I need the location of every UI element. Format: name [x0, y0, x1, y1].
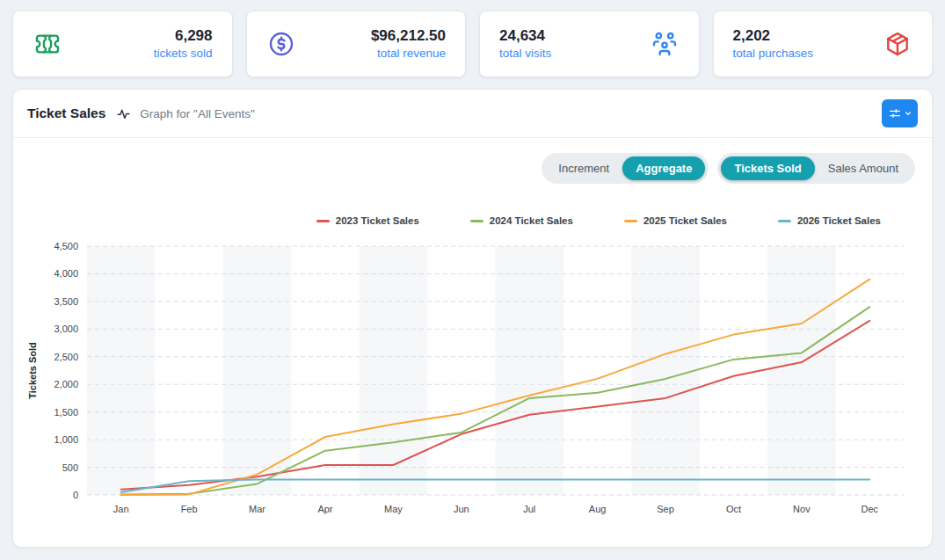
x-tick-label: Apr: [317, 504, 332, 514]
y-tick-label: 500: [62, 462, 78, 473]
x-tick-label: Jun: [454, 504, 469, 514]
x-tick-label: Sep: [657, 504, 674, 514]
toggle-aggregate[interactable]: Aggregate: [622, 156, 705, 180]
x-tick-label: Oct: [726, 504, 741, 514]
stat-value: 2,202: [733, 26, 814, 45]
ticket-icon: [33, 29, 62, 59]
mode-toggle-group: Increment Aggregate: [542, 153, 709, 184]
legend-item[interactable]: 2023 Ticket Sales: [316, 215, 419, 226]
legend-item[interactable]: 2026 Ticket Sales: [778, 215, 881, 226]
ticket-sales-line-chart: 05001,0001,5002,0002,5003,0003,5004,0004…: [24, 235, 923, 528]
metric-toggle-group: Tickets Sold Sales Amount: [717, 153, 915, 184]
chart-settings-button[interactable]: [882, 99, 918, 127]
stat-label: tickets sold: [154, 47, 213, 62]
chart-controls: Increment Aggregate Tickets Sold Sales A…: [13, 138, 932, 184]
x-tick-label: Feb: [181, 504, 198, 514]
y-tick-label: 3,000: [54, 324, 78, 334]
legend-label: 2024 Ticket Sales: [490, 215, 573, 226]
panel-title: Ticket Sales: [27, 105, 105, 121]
stat-card-total-visits: 24,634 total visits: [479, 11, 700, 77]
legend-marker: [470, 220, 483, 222]
legend-item[interactable]: 2025 Ticket Sales: [624, 215, 727, 226]
y-tick-label: 3,500: [54, 296, 78, 307]
x-tick-label: Jul: [523, 504, 535, 514]
sliders-icon: [888, 106, 902, 120]
stats-row: 6,298 tickets sold $96,212.50 total reve…: [0, 0, 945, 77]
x-tick-label: Dec: [861, 504, 879, 514]
chevron-down-icon: [904, 109, 912, 118]
y-tick-label: 2,000: [54, 379, 78, 389]
stat-label: total visits: [499, 47, 551, 62]
stat-card-total-purchases: 2,202 total purchases: [713, 11, 934, 77]
y-tick-label: 2,500: [54, 352, 78, 362]
panel-header: Ticket Sales Graph for "All Events": [13, 90, 932, 138]
stat-value: 6,298: [154, 26, 213, 45]
toggle-sales-amount[interactable]: Sales Amount: [815, 156, 912, 180]
toggle-tickets-sold[interactable]: Tickets Sold: [721, 156, 814, 180]
y-tick-label: 0: [73, 490, 78, 500]
legend-marker: [316, 220, 330, 222]
dollar-circle-icon: [266, 29, 296, 59]
stat-label: total revenue: [371, 47, 446, 62]
legend-marker: [624, 220, 637, 222]
x-tick-label: Nov: [793, 504, 811, 514]
legend-label: 2023 Ticket Sales: [336, 215, 419, 226]
chart-area: 05001,0001,5002,0002,5003,0003,5004,0004…: [13, 226, 932, 532]
legend-marker: [778, 220, 791, 222]
y-tick-label: 4,000: [54, 268, 78, 279]
x-tick-label: Jan: [113, 504, 129, 514]
x-tick-label: Mar: [249, 504, 265, 514]
stat-label: total purchases: [733, 47, 814, 62]
legend-item[interactable]: 2024 Ticket Sales: [470, 215, 573, 226]
stat-value: 24,634: [499, 26, 551, 45]
activity-icon: [116, 106, 131, 121]
legend-label: 2025 Ticket Sales: [643, 215, 727, 226]
y-tick-label: 1,000: [54, 434, 78, 445]
panel-subtitle: Graph for "All Events": [140, 107, 254, 120]
package-icon: [883, 29, 912, 59]
toggle-increment[interactable]: Increment: [545, 156, 622, 180]
y-axis-title: Tickets Sold: [27, 342, 38, 399]
stat-card-tickets-sold: 6,298 tickets sold: [12, 11, 233, 77]
stat-value: $96,212.50: [371, 26, 446, 45]
chart-legend: 2023 Ticket Sales2024 Ticket Sales2025 T…: [13, 184, 932, 226]
users-group-icon: [650, 29, 680, 59]
y-tick-label: 4,500: [54, 241, 78, 251]
ticket-sales-panel: Ticket Sales Graph for "All Events" Incr…: [12, 89, 933, 548]
x-tick-label: Aug: [589, 504, 607, 514]
x-tick-label: May: [384, 504, 403, 514]
y-tick-label: 1,500: [54, 407, 78, 418]
stat-card-total-revenue: $96,212.50 total revenue: [246, 11, 467, 77]
legend-label: 2026 Ticket Sales: [797, 215, 881, 226]
